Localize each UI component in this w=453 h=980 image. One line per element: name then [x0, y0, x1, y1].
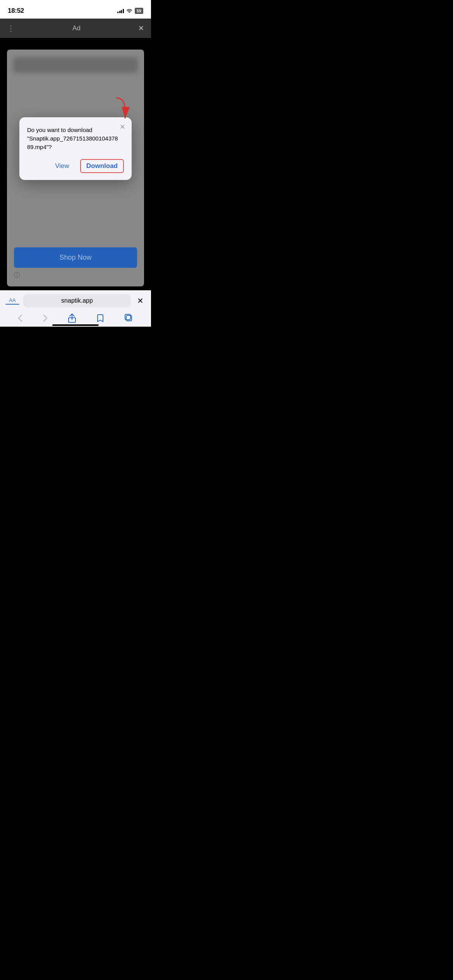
home-indicator: [52, 324, 99, 326]
ad-title: Ad: [72, 24, 81, 32]
url-display[interactable]: snaptik.app: [23, 294, 131, 307]
url-close-button[interactable]: ✕: [135, 296, 146, 305]
info-icon[interactable]: ⓘ: [14, 271, 20, 279]
ad-blurred-content: [13, 57, 138, 73]
view-button[interactable]: View: [52, 161, 72, 171]
signal-icon: [117, 9, 124, 13]
aa-button[interactable]: AA: [5, 297, 19, 305]
bottom-bar: AA snaptik.app ✕: [0, 290, 151, 327]
status-bar: 18:52 59: [0, 0, 151, 19]
download-dialog: ✕ Do you want to download "Snaptik.app_7…: [19, 117, 132, 180]
forward-button[interactable]: [40, 313, 51, 324]
share-button[interactable]: [65, 312, 79, 324]
aa-label: AA: [9, 297, 15, 303]
back-button[interactable]: [15, 313, 26, 324]
status-icons: 59: [117, 8, 143, 14]
menu-icon[interactable]: ⋮: [7, 24, 15, 32]
download-button[interactable]: Download: [80, 159, 124, 173]
status-time: 18:52: [8, 7, 24, 15]
bookmarks-button[interactable]: [93, 312, 107, 324]
battery-icon: 59: [135, 8, 143, 14]
dialog-message: Do you want to download "Snaptik.app_726…: [27, 126, 124, 151]
close-ad-button[interactable]: ✕: [138, 24, 144, 33]
wifi-icon: [126, 8, 132, 14]
aa-underline: [5, 304, 19, 305]
browser-content: Shop Now ⓘ ✕ Do you want to download "Sn…: [0, 38, 151, 290]
shop-now-button[interactable]: Shop Now: [14, 247, 137, 268]
dialog-actions: View Download: [27, 159, 124, 173]
ad-bar: ⋮ Ad ✕: [0, 19, 151, 38]
url-bar-row: AA snaptik.app ✕: [0, 290, 151, 310]
dialog-close-button[interactable]: ✕: [120, 123, 125, 131]
tabs-button[interactable]: [122, 312, 136, 324]
